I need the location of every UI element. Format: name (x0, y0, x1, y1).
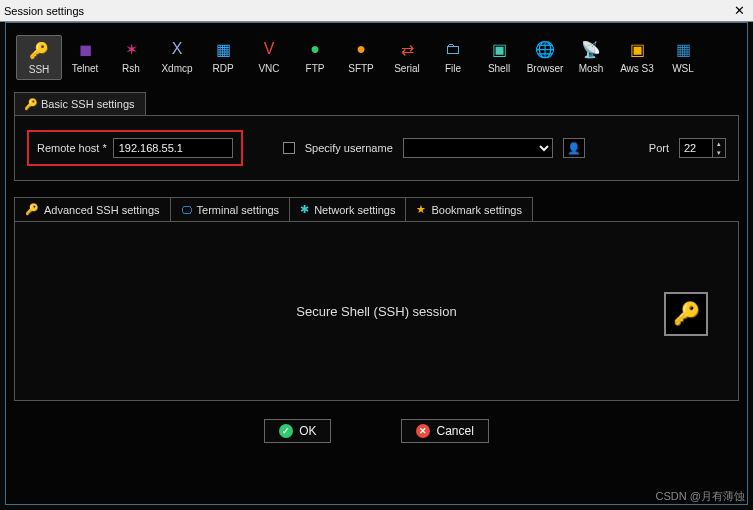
tab-label: Network settings (314, 204, 395, 216)
remote-host-input[interactable] (113, 138, 233, 158)
session-type-label: Telnet (72, 63, 99, 74)
vnc-icon: V (259, 39, 279, 59)
specify-username-checkbox[interactable] (283, 142, 295, 154)
username-select[interactable] (403, 138, 553, 158)
session-type-vnc[interactable]: VVNC (246, 35, 292, 80)
serial-icon: ⇄ (397, 39, 417, 59)
remote-host-label: Remote host * (37, 142, 107, 154)
tab-terminal-settings[interactable]: 🖵Terminal settings (170, 197, 291, 221)
aws s3-icon: ▣ (627, 39, 647, 59)
session-type-rsh[interactable]: ✶Rsh (108, 35, 154, 80)
key-icon: 🔑 (25, 98, 37, 110)
session-type-rdp[interactable]: ▦RDP (200, 35, 246, 80)
watermark: CSDN @月有薄蚀 (656, 489, 745, 504)
check-icon: ✓ (279, 424, 293, 438)
xdmcp-icon: X (167, 39, 187, 59)
session-type-label: Shell (488, 63, 510, 74)
tab-label: Terminal settings (197, 204, 280, 216)
sub-tab-row: 🔑Advanced SSH settings🖵Terminal settings… (14, 197, 739, 221)
tab-icon: ✱ (300, 203, 309, 216)
user-manage-button[interactable]: 👤 (563, 138, 585, 158)
port-label: Port (649, 142, 669, 154)
session-type-label: Rsh (122, 63, 140, 74)
dialog-button-row: ✓ OK ✕ Cancel (6, 419, 747, 443)
basic-settings-section: 🔑 Basic SSH settings Remote host * Speci… (14, 92, 739, 181)
cross-icon: ✕ (416, 424, 430, 438)
session-type-ssh[interactable]: 🔑SSH (16, 35, 62, 80)
telnet-icon: ◼ (75, 39, 95, 59)
session-type-label: Mosh (579, 63, 603, 74)
rdp-icon: ▦ (213, 39, 233, 59)
file-icon: 🗀 (443, 39, 463, 59)
session-type-file[interactable]: 🗀File (430, 35, 476, 80)
session-type-label: Serial (394, 63, 420, 74)
session-type-sftp[interactable]: ●SFTP (338, 35, 384, 80)
tab-icon: ★ (416, 203, 426, 216)
cancel-button[interactable]: ✕ Cancel (401, 419, 488, 443)
session-type-xdmcp[interactable]: XXdmcp (154, 35, 200, 80)
session-type-wsl[interactable]: ▦WSL (660, 35, 706, 80)
tab-network-settings[interactable]: ✱Network settings (289, 197, 406, 221)
session-type-shell[interactable]: ▣Shell (476, 35, 522, 80)
session-type-label: Aws S3 (620, 63, 654, 74)
session-type-aws-s3[interactable]: ▣Aws S3 (614, 35, 660, 80)
tab-basic-ssh-settings[interactable]: 🔑 Basic SSH settings (14, 92, 146, 115)
session-type-serial[interactable]: ⇄Serial (384, 35, 430, 80)
tab-icon: 🖵 (181, 204, 192, 216)
remote-host-highlight: Remote host * (27, 130, 243, 166)
mosh-icon: 📡 (581, 39, 601, 59)
session-type-label: File (445, 63, 461, 74)
wsl-icon: ▦ (673, 39, 693, 59)
title-bar: Session settings ✕ (0, 0, 753, 22)
port-spinner[interactable]: ▴▾ (713, 138, 726, 158)
window-title: Session settings (4, 5, 729, 17)
session-type-row: 🔑SSH◼Telnet✶RshXXdmcp▦RDPVVNC●FTP●SFTP⇄S… (6, 23, 747, 88)
port-input[interactable] (679, 138, 713, 158)
main-panel: 🔑SSH◼Telnet✶RshXXdmcp▦RDPVVNC●FTP●SFTP⇄S… (5, 22, 748, 505)
session-type-label: SFTP (348, 63, 374, 74)
session-type-label: RDP (212, 63, 233, 74)
close-button[interactable]: ✕ (729, 3, 749, 18)
sftp-icon: ● (351, 39, 371, 59)
browser-icon: 🌐 (535, 39, 555, 59)
rsh-icon: ✶ (121, 39, 141, 59)
session-type-label: WSL (672, 63, 694, 74)
tab-bookmark-settings[interactable]: ★Bookmark settings (405, 197, 532, 221)
session-type-mosh[interactable]: 📡Mosh (568, 35, 614, 80)
ftp-icon: ● (305, 39, 325, 59)
specify-username-label: Specify username (305, 142, 393, 154)
ssh-icon: 🔑 (29, 40, 49, 60)
session-type-label: Browser (527, 63, 564, 74)
session-type-label: Xdmcp (161, 63, 192, 74)
tab-label: Basic SSH settings (41, 98, 135, 110)
key-icon: 🔑 (673, 301, 700, 327)
sub-tab-body: Secure Shell (SSH) session 🔑 (14, 221, 739, 401)
session-type-ftp[interactable]: ●FTP (292, 35, 338, 80)
session-type-telnet[interactable]: ◼Telnet (62, 35, 108, 80)
ok-button[interactable]: ✓ OK (264, 419, 331, 443)
session-type-label: VNC (258, 63, 279, 74)
session-description: Secure Shell (SSH) session (296, 304, 456, 319)
session-type-label: SSH (29, 64, 50, 75)
tab-advanced-ssh-settings[interactable]: 🔑Advanced SSH settings (14, 197, 171, 221)
shell-icon: ▣ (489, 39, 509, 59)
cancel-label: Cancel (436, 424, 473, 438)
session-type-browser[interactable]: 🌐Browser (522, 35, 568, 80)
ok-label: OK (299, 424, 316, 438)
tab-label: Bookmark settings (431, 204, 521, 216)
user-icon: 👤 (567, 142, 581, 155)
tab-icon: 🔑 (25, 203, 39, 216)
session-type-label: FTP (306, 63, 325, 74)
tab-label: Advanced SSH settings (44, 204, 160, 216)
session-key-icon-box: 🔑 (664, 292, 708, 336)
